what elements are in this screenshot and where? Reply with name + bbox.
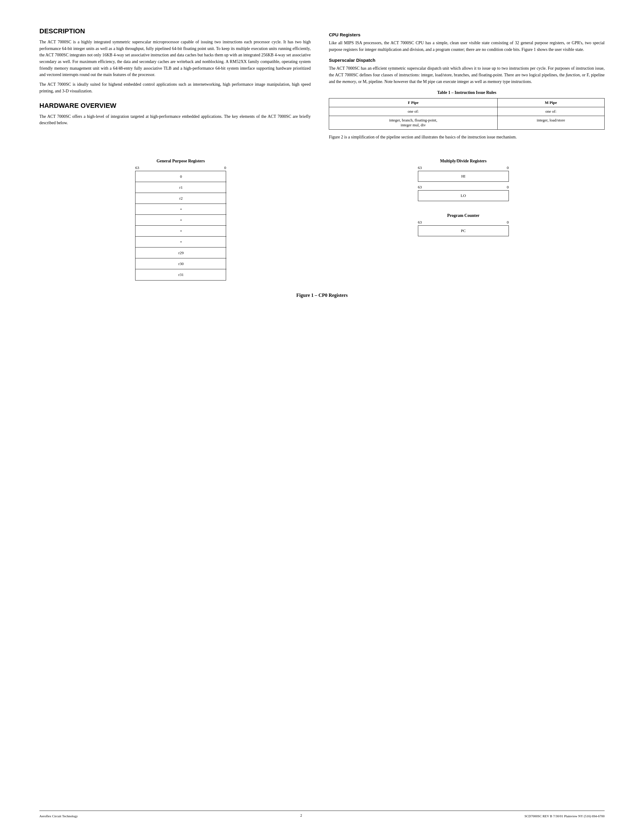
figure-caption: Figure 1 – CP0 Registers: [39, 293, 605, 298]
left-column: DESCRIPTION The ACT 7000SC is a highly i…: [39, 27, 311, 143]
multiply-divide-group: 63 0 HI 63 0 LO: [418, 166, 509, 201]
footer: Aeroflex Circuit Technology 2 SCD7000SC …: [39, 810, 605, 818]
right-column: CPU Registers Like all MIPS ISA processo…: [329, 27, 605, 143]
lo-bit-high: 63: [418, 185, 422, 190]
gpr-row-r31: r31: [135, 269, 226, 280]
main-content: DESCRIPTION The ACT 7000SC is a highly i…: [39, 27, 605, 143]
gpr-row-0: 0: [135, 171, 226, 182]
hi-bit-high: 63: [418, 166, 422, 170]
superscalar-dispatch-para: The ACT 7000SC has an efficient symmetri…: [329, 65, 605, 85]
pc-reg-box: PC: [418, 225, 509, 236]
gpr-row-dot1: •: [135, 204, 226, 215]
table-cell-fpipe-2: integer, branch, floating-point,integer …: [329, 116, 497, 130]
description-para-2: The ACT 7000SC is ideally suited for hig…: [39, 81, 311, 94]
page: DESCRIPTION The ACT 7000SC is a highly i…: [0, 0, 644, 833]
cpu-registers-title: CPU Registers: [329, 32, 605, 37]
description-para-1: The ACT 7000SC is a highly integrated sy…: [39, 39, 311, 78]
gpr-bit-labels: 63 0: [135, 166, 226, 170]
pc-bit-labels: 63 0: [418, 220, 509, 225]
table-cell-fpipe-1: one of:: [329, 107, 497, 116]
gpr-row-dot3: •: [135, 226, 226, 236]
gpr-row-dot4: •: [135, 236, 226, 248]
cpu-registers-para: Like all MIPS ISA processors, the ACT 70…: [329, 40, 605, 53]
pipeline-note: Figure 2 is a simplification of the pipe…: [329, 134, 605, 141]
gpr-row-r1: r1: [135, 182, 226, 193]
superscalar-dispatch-title: Superscalar Dispatch: [329, 58, 605, 63]
footer-company: Aeroflex Circuit Technology: [39, 814, 78, 818]
gpr-bit-high: 63: [135, 166, 139, 170]
gpr-row-r29: r29: [135, 248, 226, 258]
hi-reg-box: HI: [418, 171, 509, 182]
footer-page-number: 2: [300, 813, 302, 818]
figure-section: General Purpose Registers 63 0 0 r1 r2 •…: [39, 159, 605, 280]
hi-register: 63 0 HI: [418, 166, 509, 182]
hardware-overview-title: HARDWARE OVERVIEW: [39, 102, 311, 109]
table-cell-mpipe-1: one of:: [497, 107, 604, 116]
lo-register: 63 0 LO: [418, 185, 509, 201]
gpr-row-r30: r30: [135, 258, 226, 269]
lo-reg-box: LO: [418, 190, 509, 201]
gpr-row-r2: r2: [135, 193, 226, 204]
table-header-mpipe: M Pipe: [497, 98, 604, 107]
hi-bit-low: 0: [507, 166, 509, 170]
pc-bit-low: 0: [507, 220, 509, 225]
description-title: DESCRIPTION: [39, 27, 311, 35]
gpr-diagram: General Purpose Registers 63 0 0 r1 r2 •…: [135, 159, 226, 280]
hi-bit-labels: 63 0: [418, 166, 509, 170]
gpr-bit-low: 0: [224, 166, 226, 170]
footer-doc-info: SCD7000SC REV B 7/30/01 Plainview NY (51…: [525, 814, 605, 818]
instruction-issue-table: F Pipe M Pipe one of: one of: integer, b…: [329, 98, 605, 130]
lo-bit-low: 0: [507, 185, 509, 190]
multiply-divide-diagram: Multiply/Divide Registers 63 0 HI 63: [418, 159, 509, 201]
instruction-table-caption: Table 1 – Instruction Issue Rules: [329, 90, 605, 95]
gpr-title: General Purpose Registers: [157, 159, 205, 164]
pc-bit-high: 63: [418, 220, 422, 225]
program-counter-diagram: Program Counter 63 0 PC: [418, 213, 509, 236]
right-diagrams: Multiply/Divide Registers 63 0 HI 63: [418, 159, 509, 236]
table-cell-mpipe-2: integer, load/store: [497, 116, 604, 130]
lo-bit-labels: 63 0: [418, 185, 509, 190]
table-row: integer, branch, floating-point,integer …: [329, 116, 605, 130]
multiply-divide-title: Multiply/Divide Registers: [440, 159, 487, 164]
gpr-row-dot2: •: [135, 215, 226, 226]
hardware-overview-para: The ACT 7000SC offers a high-level of in…: [39, 113, 311, 126]
program-counter-title: Program Counter: [447, 213, 480, 218]
table-row: one of: one of:: [329, 107, 605, 116]
table-header-fpipe: F Pipe: [329, 98, 497, 107]
gpr-register-group: 0 r1 r2 • • • • r29 r30 r31: [135, 171, 226, 280]
